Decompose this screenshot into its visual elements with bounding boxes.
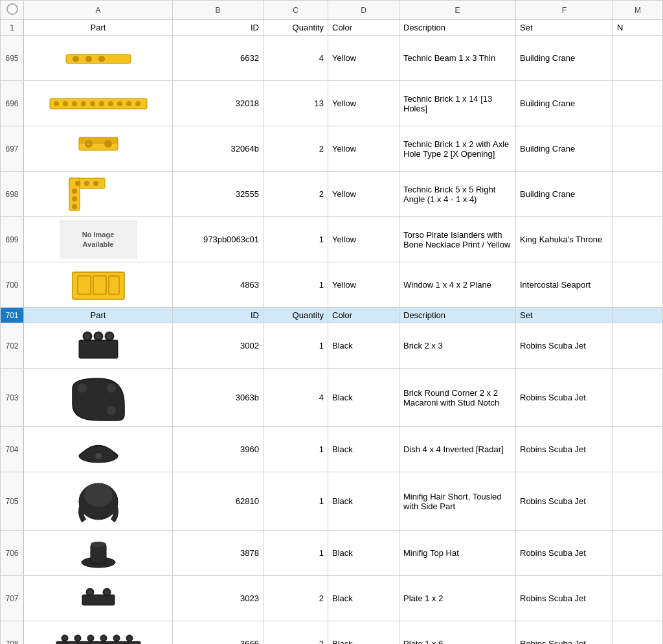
svg-point-10 <box>99 101 104 106</box>
svg-point-6 <box>63 101 68 106</box>
part-set-708: Robins Scuba Jet <box>516 621 613 645</box>
svg-point-68 <box>128 636 131 639</box>
part-color-699: Yellow <box>328 217 399 262</box>
part-color-697: Yellow <box>328 126 399 172</box>
row-num-703: 703 <box>1 369 24 427</box>
table-row-707: 707 3023 2 Black Plate 1 x 2 Robins Scub… <box>1 576 663 621</box>
part-color-705: Black <box>328 472 399 531</box>
part-desc-705: Minifig Hair Short, Tousled with Side Pa… <box>399 472 516 531</box>
col-header-m[interactable]: M <box>613 1 663 20</box>
part-m-707 <box>613 576 663 621</box>
part-id-697: 32064b <box>173 126 264 172</box>
part-qty-708: 2 <box>264 621 328 645</box>
part-desc-696: Technic Brick 1 x 14 [13 Holes] <box>399 81 516 126</box>
svg-point-13 <box>126 101 131 106</box>
col-header-e[interactable]: E <box>399 1 516 20</box>
part-desc-703: Brick Round Corner 2 x 2 Macaroni with S… <box>399 369 516 427</box>
table-row-697: 697 32064b 2 Yellow Technic Brick 1 x 2 … <box>1 126 663 172</box>
row-num-704: 704 <box>1 427 24 472</box>
svg-rect-56 <box>56 641 140 645</box>
part-m-695 <box>613 36 663 81</box>
part-set-705: Robins Scuba Jet <box>516 472 613 531</box>
svg-point-43 <box>107 406 116 415</box>
table-row-700: 700 4863 1 Yellow Window 1 x 4 x 2 Plane… <box>1 262 663 308</box>
svg-point-24 <box>75 181 80 186</box>
svg-rect-51 <box>82 595 115 605</box>
svg-point-40 <box>107 334 112 339</box>
part-set-700: Intercostal Seaport <box>516 262 613 308</box>
svg-point-1 <box>73 56 79 62</box>
part-m-697 <box>613 126 663 172</box>
part-set-696: Building Crane <box>516 81 613 126</box>
row-num-695: 695 <box>1 36 24 81</box>
subheader-id: ID <box>173 308 264 323</box>
part-image-703 <box>24 369 173 427</box>
subheader-quantity: Quantity <box>264 308 328 323</box>
col-header-c[interactable]: C <box>264 1 328 20</box>
part-qty-706: 1 <box>264 531 328 576</box>
column-labels-row: 1 Part ID Quantity Color Description Set… <box>1 20 663 36</box>
main-table: A B C D E F M 1 Part ID Quantity Color D… <box>0 0 663 644</box>
subheader-set: Set <box>516 308 613 323</box>
part-desc-702: Brick 2 x 3 <box>399 323 516 369</box>
spreadsheet: A B C D E F M 1 Part ID Quantity Color D… <box>0 0 663 644</box>
part-set-698: Building Crane <box>516 172 613 217</box>
part-qty-695: 4 <box>264 36 328 81</box>
svg-point-25 <box>84 181 89 186</box>
part-m-696 <box>613 81 663 126</box>
part-set-699: King Kahuka's Throne <box>516 217 613 262</box>
part-m-705 <box>613 472 663 531</box>
svg-point-29 <box>72 204 77 209</box>
row-num-700: 700 <box>1 262 24 308</box>
part-set-697: Building Crane <box>516 126 613 172</box>
part-qty-702: 1 <box>264 323 328 369</box>
svg-point-26 <box>93 181 98 186</box>
part-set-703: Robins Scuba Jet <box>516 369 613 427</box>
table-row-696: 696 32018 13 Yellow Technic Brick 1 x 14… <box>1 81 663 126</box>
table-row-702: 702 3002 1 Black Brick 2 x 3 Robins Scub… <box>1 323 663 369</box>
part-image-704 <box>24 427 173 472</box>
subheader-m <box>613 308 663 323</box>
part-id-698: 32555 <box>173 172 264 217</box>
row-num-699: 699 <box>1 217 24 262</box>
part-id-703: 3063b <box>173 369 264 427</box>
part-set-695: Building Crane <box>516 36 613 81</box>
part-color-704: Black <box>328 427 399 472</box>
part-image-707 <box>24 576 173 621</box>
part-id-707: 3023 <box>173 576 264 621</box>
svg-point-45 <box>95 453 102 459</box>
col-header-f[interactable]: F <box>516 1 613 20</box>
part-desc-697: Technic Brick 1 x 2 with Axle Hole Type … <box>399 126 516 172</box>
part-m-706 <box>613 531 663 576</box>
svg-point-47 <box>84 483 113 507</box>
part-image-698 <box>24 172 173 217</box>
part-image-695 <box>24 36 173 81</box>
no-image-label: No ImageAvailable <box>60 220 137 259</box>
table-row-706: 706 3878 1 Black Minifig Top Hat Robins … <box>1 531 663 576</box>
part-desc-704: Dish 4 x 4 Inverted [Radar] <box>399 427 516 472</box>
part-m-704 <box>613 427 663 472</box>
part-m-698 <box>613 172 663 217</box>
table-row-695: 695 6632 4 Yellow Technic Beam 1 x 3 Thi… <box>1 36 663 81</box>
svg-point-7 <box>72 101 77 106</box>
row-num-701: 701 <box>1 308 24 323</box>
part-desc-700: Window 1 x 4 x 2 Plane <box>399 262 516 308</box>
part-qty-696: 13 <box>264 81 328 126</box>
col-header-d[interactable]: D <box>328 1 399 20</box>
part-color-707: Black <box>328 576 399 621</box>
svg-point-5 <box>54 101 59 106</box>
header-color: Color <box>328 20 399 36</box>
col-header-b[interactable]: B <box>173 1 264 20</box>
table-row-698: 698 32555 2 Yellow Technic Brick 5 x 5 R… <box>1 172 663 217</box>
part-set-704: Robins Scuba Jet <box>516 427 613 472</box>
svg-point-18 <box>104 140 112 148</box>
table-row-708: 708 3666 2 Black Plate 1 x 6 Robins Scub… <box>1 621 663 645</box>
svg-point-14 <box>135 101 140 106</box>
part-qty-698: 2 <box>264 172 328 217</box>
part-m-708 <box>613 621 663 645</box>
part-color-695: Yellow <box>328 36 399 81</box>
header-description: Description <box>399 20 516 36</box>
svg-point-8 <box>81 101 86 106</box>
col-header-a[interactable]: A <box>24 1 173 20</box>
part-qty-700: 1 <box>264 262 328 308</box>
